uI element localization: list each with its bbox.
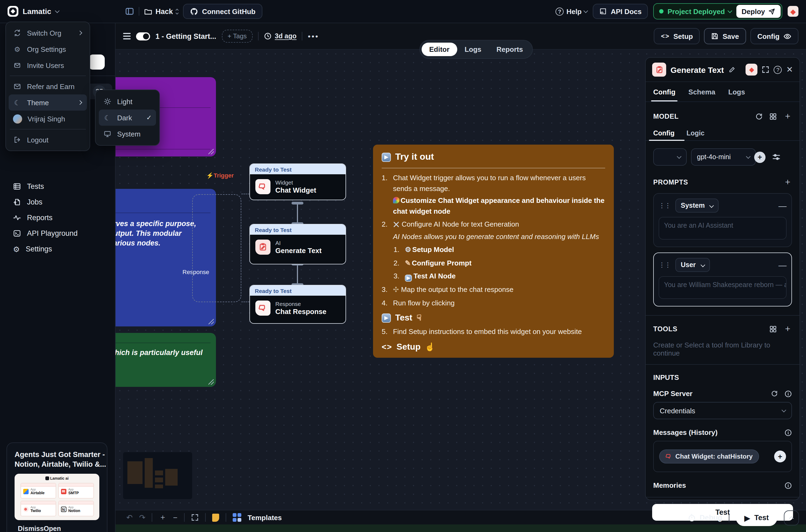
add-model-button[interactable]: ＋ xyxy=(783,111,792,122)
sidebar-toggle-icon[interactable] xyxy=(125,7,134,16)
node-generate-text[interactable]: Ready to Test AI Generate Text xyxy=(249,224,346,264)
help-icon[interactable]: ? xyxy=(774,65,782,74)
flow-menu-icon[interactable] xyxy=(123,33,131,39)
collapse-panel-button[interactable] xyxy=(784,510,799,525)
provider-select[interactable] xyxy=(653,148,687,166)
open-changelog-button[interactable]: Open changelog xyxy=(44,525,96,532)
user-prompt-input[interactable] xyxy=(659,276,787,299)
menu-item-refer-earn[interactable]: Refer and Earn xyxy=(8,78,87,94)
theme-option-light[interactable]: Light xyxy=(99,93,156,110)
subtab-config[interactable]: Config xyxy=(653,126,675,140)
flow-title[interactable]: 1 - Getting Start... xyxy=(155,32,216,40)
extension-icon[interactable]: ◆ xyxy=(788,6,799,17)
node-chat-widget[interactable]: Ready to Test Widget Chat Widget xyxy=(249,164,346,200)
moon-icon: ☾ xyxy=(103,114,112,122)
tab-config[interactable]: Config xyxy=(653,82,675,101)
menu-item-switch-org[interactable]: Switch Org xyxy=(8,25,87,41)
theme-submenu: Light ☾ Dark ✓ System xyxy=(95,90,160,146)
org-switcher[interactable]: Lamatic xyxy=(7,6,59,17)
menu-item-invite-users[interactable]: Invite Users xyxy=(8,57,87,73)
sidebar-item-tests[interactable]: Tests xyxy=(0,178,115,194)
guide-step: Chat Widget trigger allows you to run a … xyxy=(393,173,605,194)
node-chat-response[interactable]: Ready to Test Response Chat Response xyxy=(249,285,346,324)
tab-schema[interactable]: Schema xyxy=(688,82,715,101)
resize-handle-icon[interactable] xyxy=(208,149,214,154)
minimap[interactable] xyxy=(123,452,192,499)
node-port[interactable] xyxy=(292,202,303,205)
tab-logs[interactable]: Logs xyxy=(457,43,489,56)
info-icon[interactable] xyxy=(784,481,792,489)
rename-icon[interactable] xyxy=(728,66,735,73)
sidebar-item-api-playground[interactable]: API Playground xyxy=(0,226,115,241)
deploy-button[interactable]: Deploy xyxy=(736,5,781,18)
refresh-icon[interactable] xyxy=(771,390,778,397)
workspace-switcher[interactable]: Hack xyxy=(144,7,179,15)
menu-item-theme[interactable]: ☾ Theme xyxy=(8,94,87,111)
menu-item-logout[interactable]: Logout xyxy=(8,132,87,148)
model-params-icon[interactable] xyxy=(772,153,781,161)
close-icon[interactable]: ✕ xyxy=(786,65,793,74)
tab-editor[interactable]: Editor xyxy=(421,43,457,56)
templates-button[interactable]: Templates xyxy=(247,513,282,521)
resize-handle-icon[interactable] xyxy=(208,319,214,324)
sidebar-active-item[interactable] xyxy=(89,55,105,70)
setup-button[interactable]: <>Setup xyxy=(654,28,700,44)
role-select-system[interactable]: System xyxy=(675,198,719,213)
last-updated[interactable]: 3d ago xyxy=(264,32,297,40)
zoom-in-button[interactable]: ＋ xyxy=(159,513,167,522)
refresh-icon[interactable] xyxy=(755,113,763,120)
tests-icon xyxy=(13,183,21,190)
drag-handle-icon[interactable]: ⋮⋮ xyxy=(659,261,671,269)
add-prompt-button[interactable]: ＋ xyxy=(783,176,792,188)
credentials-select[interactable]: Credentials xyxy=(653,402,792,419)
add-model-quick-button[interactable]: + xyxy=(754,151,766,163)
chat-history-chip[interactable]: Chat Widget: chatHistory xyxy=(659,450,759,463)
undo-button[interactable]: ↶ xyxy=(126,513,133,522)
try-it-out-note[interactable]: ▶Try it out 1.Chat Widget trigger allows… xyxy=(373,145,614,358)
tab-logs[interactable]: Logs xyxy=(728,82,745,101)
info-icon[interactable] xyxy=(784,390,792,397)
guide-setup-cta: <>Setup☝ xyxy=(382,342,605,352)
menu-item-org-settings[interactable]: ⚙ Org Settings xyxy=(8,41,87,57)
theme-option-system[interactable]: System xyxy=(99,126,156,142)
reports-icon xyxy=(13,214,21,222)
model-select[interactable]: gpt-4o-mini xyxy=(691,148,756,166)
menu-item-profile[interactable]: Vrijraj Singh xyxy=(8,111,87,127)
connect-github-button[interactable]: Connect GitHub xyxy=(183,4,263,19)
dismiss-button[interactable]: Dismiss xyxy=(18,525,44,532)
remove-prompt-button[interactable]: — xyxy=(779,202,787,210)
info-icon[interactable] xyxy=(784,429,792,436)
expand-icon[interactable] xyxy=(762,66,770,73)
fit-view-icon[interactable] xyxy=(191,514,199,521)
canvas-note-green[interactable]: which is particularly useful s. xyxy=(115,333,216,387)
config-button[interactable]: Config xyxy=(750,28,799,44)
tool-library-icon[interactable] xyxy=(769,325,777,332)
add-tags-button[interactable]: + Tags xyxy=(222,30,252,43)
add-message-button[interactable]: + xyxy=(774,451,786,462)
role-select-user[interactable]: User xyxy=(675,258,710,272)
zoom-out-button[interactable]: − xyxy=(173,513,177,522)
flow-enabled-toggle[interactable] xyxy=(136,32,150,40)
theme-option-dark[interactable]: ☾ Dark ✓ xyxy=(99,110,156,126)
deploy-status[interactable]: Project Deployed xyxy=(668,7,731,15)
drag-handle-icon[interactable]: ⋮⋮ xyxy=(659,202,671,209)
subtab-logic[interactable]: Logic xyxy=(687,126,705,140)
resize-handle-icon[interactable] xyxy=(208,379,214,385)
sidebar-item-settings[interactable]: ⚙ Settings xyxy=(0,241,115,257)
debug-button[interactable]: Debug xyxy=(688,514,722,522)
more-options-button[interactable]: ••• xyxy=(308,32,319,40)
run-test-button[interactable]: ▶Test xyxy=(736,509,777,526)
system-prompt-input[interactable] xyxy=(659,217,787,240)
save-button[interactable]: Save xyxy=(704,28,746,44)
remove-prompt-button[interactable]: — xyxy=(779,261,787,269)
add-tool-button[interactable]: ＋ xyxy=(783,323,792,335)
sidebar-item-reports[interactable]: Reports xyxy=(0,210,115,226)
tab-reports[interactable]: Reports xyxy=(489,43,530,56)
api-docs-button[interactable]: API Docs xyxy=(593,4,648,19)
redo-button[interactable]: ↷ xyxy=(139,513,145,522)
add-note-button[interactable] xyxy=(212,513,219,521)
node-color-chip[interactable]: ◆ xyxy=(746,64,758,76)
help-menu[interactable]: ? Help xyxy=(556,7,587,15)
sidebar-item-jobs[interactable]: Jobs xyxy=(0,194,115,210)
library-grid-icon[interactable] xyxy=(769,113,777,120)
